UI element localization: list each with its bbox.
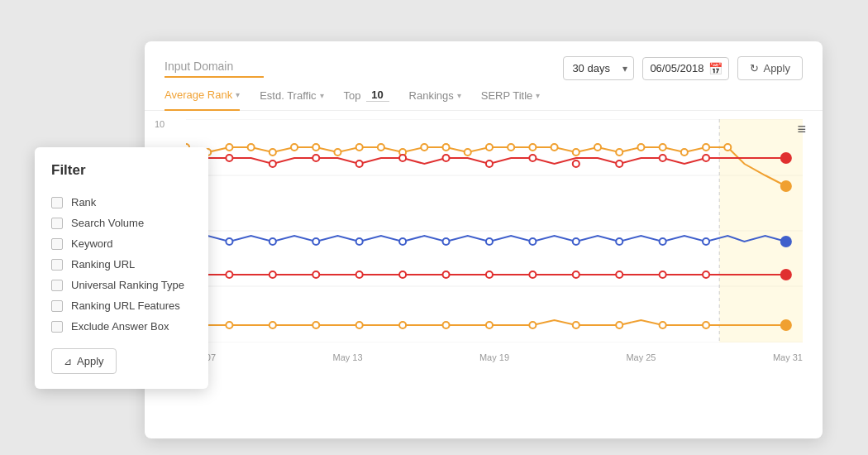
- tab-top[interactable]: Top: [344, 89, 389, 110]
- svg-point-9: [226, 144, 232, 151]
- svg-point-30: [681, 149, 688, 156]
- date-input-wrapper[interactable]: 06/05/2018 📅: [642, 57, 729, 80]
- svg-point-22: [508, 144, 514, 151]
- svg-point-29: [660, 144, 666, 151]
- svg-point-58: [616, 238, 622, 245]
- tab-rankings-arrow: ▾: [457, 91, 461, 100]
- svg-point-40: [442, 155, 449, 161]
- svg-point-51: [312, 238, 319, 245]
- svg-point-65: [312, 271, 319, 278]
- filter-item-exclude-answer-box[interactable]: Exclude Answer Box: [51, 316, 192, 337]
- tab-average-rank-arrow: ▾: [236, 90, 240, 99]
- chart-menu-icon[interactable]: ≡: [797, 121, 806, 138]
- x-label-may25: May 25: [626, 352, 656, 362]
- filter-title: Filter: [51, 162, 192, 179]
- svg-point-46: [703, 155, 709, 161]
- svg-point-59: [660, 238, 666, 245]
- svg-point-14: [334, 149, 341, 156]
- svg-point-81: [399, 322, 406, 328]
- svg-point-47: [781, 153, 791, 163]
- svg-point-21: [486, 144, 493, 151]
- filter-label-universal-ranking-type: Universal Ranking Type: [71, 279, 184, 291]
- apply-label: Apply: [763, 62, 790, 74]
- svg-point-32: [724, 144, 731, 151]
- svg-point-11: [269, 149, 276, 156]
- tab-rankings[interactable]: Rankings ▾: [409, 89, 461, 110]
- filter-checkbox-keyword[interactable]: [51, 238, 63, 250]
- tab-average-rank[interactable]: Average Rank ▾: [165, 89, 240, 111]
- apply-button[interactable]: ↻ Apply: [737, 56, 803, 80]
- y-label-10: 10: [155, 119, 165, 129]
- svg-point-74: [703, 271, 709, 278]
- svg-point-12: [291, 144, 298, 151]
- calendar-icon: 📅: [708, 62, 722, 75]
- filter-checkbox-universal-ranking-type[interactable]: [51, 280, 63, 291]
- svg-point-69: [486, 271, 493, 278]
- svg-point-84: [529, 322, 536, 328]
- svg-point-49: [226, 238, 232, 245]
- svg-point-42: [529, 155, 536, 161]
- tab-estd-traffic[interactable]: Estd. Traffic ▾: [260, 89, 323, 110]
- tab-rankings-label: Rankings: [409, 89, 454, 102]
- filter-checkbox-rank[interactable]: [51, 197, 63, 208]
- filter-item-rank[interactable]: Rank: [51, 192, 192, 213]
- svg-point-24: [551, 144, 558, 151]
- filter-label-exclude-answer-box: Exclude Answer Box: [71, 320, 169, 333]
- svg-point-16: [378, 144, 384, 151]
- svg-point-61: [781, 237, 791, 247]
- svg-point-78: [269, 322, 276, 328]
- filter-item-search-volume[interactable]: Search Volume: [51, 213, 192, 233]
- svg-point-18: [421, 144, 427, 151]
- filter-apply-label: Apply: [77, 355, 104, 367]
- svg-point-20: [465, 149, 471, 156]
- chart-svg: [186, 119, 803, 342]
- svg-point-72: [616, 271, 622, 278]
- filter-apply-button[interactable]: ⊿ Apply: [51, 348, 117, 374]
- svg-point-66: [356, 271, 363, 278]
- svg-point-23: [529, 144, 536, 151]
- tab-top-label: Top: [344, 89, 361, 102]
- filter-label-ranking-url: Ranking URL: [71, 258, 135, 271]
- svg-point-57: [573, 238, 579, 245]
- tab-serp-title[interactable]: SERP Title ▾: [481, 89, 541, 110]
- filter-item-keyword[interactable]: Keyword: [51, 233, 192, 254]
- input-domain-label[interactable]: Input Domain: [165, 60, 264, 78]
- card-header: Input Domain 30 days 7 days 60 days 90 d…: [145, 41, 823, 80]
- main-card: Input Domain 30 days 7 days 60 days 90 d…: [145, 41, 823, 438]
- filter-item-universal-ranking-type[interactable]: Universal Ranking Type: [51, 275, 192, 295]
- svg-point-79: [312, 322, 319, 328]
- filter-item-ranking-url[interactable]: Ranking URL: [51, 254, 192, 275]
- svg-point-36: [269, 160, 276, 167]
- svg-point-64: [269, 271, 276, 278]
- svg-point-33: [781, 181, 791, 191]
- svg-point-55: [486, 238, 493, 245]
- tab-estd-traffic-arrow: ▾: [320, 91, 324, 100]
- x-axis: May 07 May 13 May 19 May 25 May 31: [186, 352, 803, 362]
- x-label-may19: May 19: [479, 352, 509, 362]
- top-input[interactable]: [366, 89, 389, 102]
- svg-point-38: [356, 160, 363, 167]
- filter-label-keyword: Keyword: [71, 237, 113, 250]
- tab-serp-title-arrow: ▾: [536, 91, 540, 100]
- filter-checkbox-exclude-answer-box[interactable]: [51, 321, 63, 333]
- filter-item-ranking-url-features[interactable]: Ranking URL Features: [51, 295, 192, 316]
- filter-icon: ⊿: [64, 356, 72, 367]
- filter-label-rank: Rank: [71, 196, 96, 208]
- svg-point-25: [573, 149, 579, 156]
- tabs-row: Average Rank ▾ Estd. Traffic ▾ Top Ranki…: [145, 80, 823, 111]
- svg-point-50: [269, 238, 276, 245]
- header-controls: 30 days 7 days 60 days 90 days 06/05/201…: [563, 56, 803, 80]
- days-dropdown-wrapper: 30 days 7 days 60 days 90 days: [563, 56, 634, 80]
- tab-estd-traffic-label: Estd. Traffic: [260, 89, 316, 102]
- filter-label-search-volume: Search Volume: [71, 217, 144, 229]
- days-dropdown[interactable]: 30 days 7 days 60 days 90 days: [563, 56, 634, 80]
- svg-rect-5: [719, 119, 803, 342]
- date-value: 06/05/2018: [650, 62, 703, 74]
- svg-point-10: [248, 144, 255, 151]
- svg-point-86: [616, 322, 622, 328]
- svg-point-41: [486, 160, 493, 167]
- filter-checkbox-ranking-url-features[interactable]: [51, 300, 63, 312]
- filter-checkbox-search-volume[interactable]: [51, 218, 63, 229]
- svg-point-43: [573, 160, 579, 167]
- filter-checkbox-ranking-url[interactable]: [51, 259, 63, 271]
